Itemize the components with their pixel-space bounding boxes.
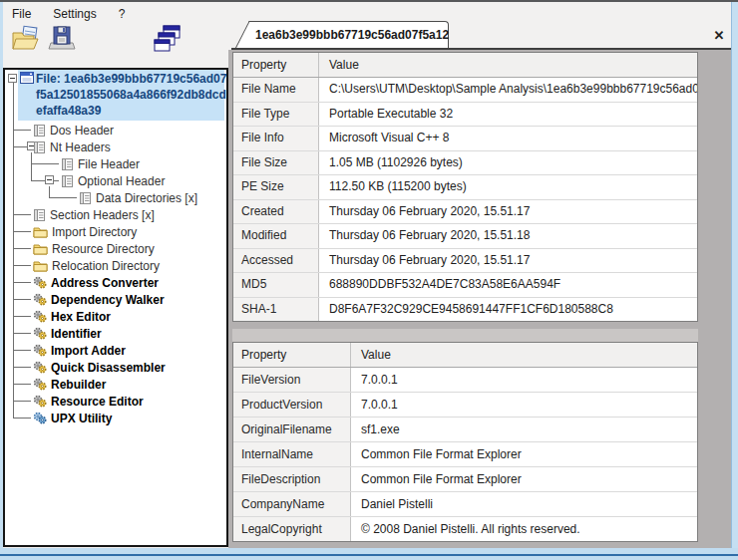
property-cell: Modified [233, 224, 319, 248]
value-cell: 1.05 MB (1102926 bytes) [319, 151, 697, 175]
menu-bar: File Settings ? [3, 4, 134, 24]
table-row[interactable]: CreatedThursday 06 February 2020, 15.51.… [233, 200, 697, 225]
value-cell: Portable Executable 32 [319, 103, 697, 127]
tree-connector-line [13, 231, 31, 232]
table-header-row: PropertyValue [233, 53, 697, 78]
property-cell: FileVersion [233, 368, 351, 392]
table-row[interactable]: MD5688890DDBF532A4DE7C83A58E6AA594F [233, 273, 697, 298]
menu-file[interactable]: File [3, 4, 40, 24]
tree-item-label: UPX Utility [51, 412, 112, 425]
tree-item-identifier[interactable]: Identifier [33, 325, 102, 342]
tree-connector-line [13, 367, 31, 368]
collapse-toggle[interactable] [45, 175, 54, 184]
tree-item-hex-editor[interactable]: Hex Editor [33, 308, 111, 325]
cascade-windows-icon [153, 24, 183, 58]
property-cell: File Size [233, 151, 319, 175]
menu-help[interactable]: ? [110, 4, 135, 24]
tree-connector-line [13, 316, 31, 317]
tree-connector-line [31, 152, 32, 180]
tree-item-label: Optional Header [78, 174, 165, 188]
table-row[interactable]: ModifiedThursday 06 February 2020, 15.51… [233, 224, 697, 249]
tree-item-dos-header[interactable]: Dos Header [33, 122, 114, 139]
tree-item-dependency-walker[interactable]: Dependency Walker [33, 291, 165, 308]
table-row[interactable]: OriginalFilenamesf1.exe [233, 418, 697, 442]
tree-item-import-adder[interactable]: Import Adder [33, 342, 126, 359]
tree-item-upx-utility[interactable]: UPX Utility [33, 410, 112, 426]
value-cell: 112.50 KB (115200 bytes) [319, 175, 697, 199]
tools-icon [33, 378, 47, 391]
property-cell: SHA-1 [233, 298, 319, 322]
table-row[interactable]: SHA-1D8F6A7F32C929CE9458691447FF1CF6D180… [233, 298, 697, 323]
tree-item-address-converter[interactable]: Address Converter [33, 274, 159, 291]
value-cell: 7.0.0.1 [351, 393, 697, 417]
tree-item-data-directories-x[interactable]: Data Directories [x] [79, 189, 197, 206]
tree-item-import-directory[interactable]: Import Directory [33, 223, 137, 240]
table-row[interactable]: File InfoMicrosoft Visual C++ 8 [233, 127, 697, 151]
value-cell: 688890DDBF532A4DE7C83A58E6AA594F [319, 273, 697, 297]
tree-item-label: Dos Header [50, 124, 114, 138]
table-row[interactable]: CompanyNameDaniel Pistelli [233, 492, 697, 517]
tree-item-rebuilder[interactable]: Rebuilder [33, 376, 106, 393]
save-button[interactable] [44, 26, 80, 56]
tree-connector-line [49, 186, 50, 197]
tree-item-optional-header[interactable]: Optional Header [61, 172, 165, 189]
active-tab[interactable]: 1ea6b3e99bbb67719c56ad07f5a12 [249, 21, 449, 48]
property-column-header[interactable]: Property [233, 53, 319, 77]
tree-item-relocation-directory[interactable]: Relocation Directory [33, 257, 160, 274]
table-row[interactable]: PE Size112.50 KB (115200 bytes) [233, 175, 697, 200]
open-folder-icon [10, 25, 42, 57]
value-cell: D8F6A7F32C929CE9458691447FF1CF6D180588C8 [319, 298, 697, 322]
menu-settings[interactable]: Settings [44, 4, 105, 24]
tree-connector-line [49, 197, 77, 198]
tree-item-quick-disassembler[interactable]: Quick Disassembler [33, 359, 166, 376]
tools-icon [33, 310, 47, 323]
value-cell: Microsoft Visual C++ 8 [319, 127, 697, 150]
table-row[interactable]: FileVersion7.0.0.1 [233, 368, 697, 393]
tab-close-icon[interactable]: ✕ [710, 27, 728, 45]
tree-root-file-node[interactable]: File: 1ea6b3e99bbb67719c56ad07f5a1250185… [36, 71, 226, 119]
tree-item-file-header[interactable]: File Header [61, 155, 140, 172]
tree-item-resource-directory[interactable]: Resource Directory [33, 240, 155, 257]
tree-item-nt-headers[interactable]: Nt Headers [33, 139, 111, 155]
value-cell: 7.0.0.1 [351, 368, 697, 392]
tree-item-label: Data Directories [x] [96, 191, 197, 205]
tools-icon [33, 276, 47, 289]
window-bottom-accent-line [0, 554, 738, 556]
table-row[interactable]: ProductVersion7.0.0.1 [233, 393, 697, 418]
tree-item-resource-editor[interactable]: Resource Editor [33, 393, 144, 410]
window-top-edge [0, 0, 738, 2]
table-splitter[interactable] [232, 329, 698, 342]
tools-icon [33, 344, 47, 357]
value-cell: Common File Format Explorer [351, 467, 697, 491]
value-column-header[interactable]: Value [319, 53, 697, 77]
root-collapse-toggle[interactable] [8, 74, 17, 83]
value-cell: Thursday 06 February 2020, 15.51.17 [319, 200, 697, 224]
table-row[interactable]: File Size1.05 MB (1102926 bytes) [233, 151, 697, 176]
tree-connector-line [13, 248, 31, 249]
app-window-icon [20, 71, 34, 85]
tree-connector-line [13, 418, 31, 419]
table-row[interactable]: File TypePortable Executable 32 [233, 103, 697, 128]
tree-item-label: Address Converter [51, 276, 159, 290]
value-cell: sf1.exe [351, 418, 697, 441]
open-button[interactable] [8, 26, 44, 56]
cascade-windows-button[interactable] [150, 26, 185, 56]
tree-connector-line [13, 401, 31, 402]
table-row[interactable]: LegalCopyright© 2008 Daniel Pistelli. Al… [233, 517, 697, 542]
tree-connector-line [13, 282, 31, 283]
property-column-header[interactable]: Property [233, 343, 351, 367]
value-cell: C:\Users\UTM\Desktop\Sample Analysis\1ea… [319, 78, 697, 102]
table-row[interactable]: FileDescriptionCommon File Format Explor… [233, 467, 697, 492]
report-icon [33, 124, 46, 138]
report-icon [61, 174, 74, 188]
folder-icon [33, 259, 48, 272]
table-row[interactable]: File NameC:\Users\UTM\Desktop\Sample Ana… [233, 78, 697, 103]
property-cell: OriginalFilename [233, 418, 351, 441]
table-row[interactable]: InternalNameCommon File Format Explorer [233, 442, 697, 467]
tree-item-section-headers-x[interactable]: Section Headers [x] [33, 206, 155, 223]
property-cell: InternalName [233, 442, 351, 466]
value-column-header[interactable]: Value [351, 343, 697, 367]
property-cell: CompanyName [233, 492, 351, 516]
table-row[interactable]: AccessedThursday 06 February 2020, 15.51… [233, 249, 697, 274]
tree-connector-line [13, 333, 31, 334]
